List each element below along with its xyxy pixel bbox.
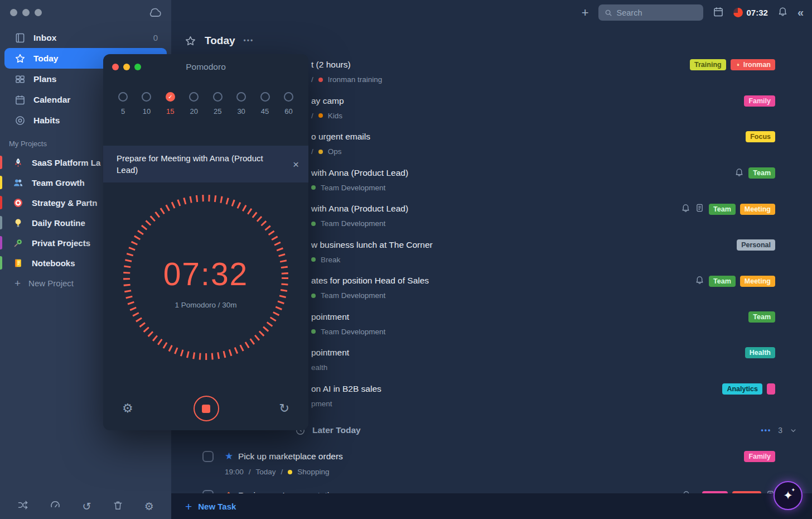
tag[interactable]: Ironman bbox=[731, 59, 775, 70]
task-subtitle: Team Development bbox=[311, 219, 385, 228]
task-meta: Family bbox=[744, 451, 775, 462]
reset-icon[interactable]: ↻ bbox=[279, 402, 289, 415]
duration-radio[interactable] bbox=[118, 92, 128, 102]
duration-radio[interactable] bbox=[189, 92, 199, 102]
zoom-window-button[interactable] bbox=[134, 64, 141, 70]
duration-radio[interactable] bbox=[260, 92, 270, 102]
new-task-bar[interactable]: + New Task bbox=[171, 493, 812, 519]
duration-radio[interactable] bbox=[236, 92, 246, 102]
duration-selector: 5 10 ✓ 15 20 25 30 bbox=[103, 80, 308, 116]
chevron-down-icon[interactable] bbox=[789, 426, 798, 435]
pomodoro-task-banner: Prepare for Meeting with Anna (Product L… bbox=[103, 146, 308, 182]
project-color-stripe bbox=[0, 196, 2, 209]
task-meta: Team Meeting bbox=[695, 275, 775, 287]
task-title: o urgent emails bbox=[311, 132, 370, 142]
people-icon bbox=[13, 178, 23, 188]
priority-star-icon: ★ bbox=[225, 450, 233, 462]
task-title: Pick up marketplace orders bbox=[238, 451, 343, 462]
tag[interactable]: Team bbox=[709, 204, 736, 215]
duration-radio[interactable] bbox=[284, 92, 293, 102]
tag[interactable]: Family bbox=[744, 95, 775, 107]
stop-button[interactable] bbox=[194, 396, 219, 421]
search-icon bbox=[605, 9, 612, 17]
history-icon[interactable]: ↺ bbox=[83, 501, 91, 512]
section-more-icon[interactable]: ••• bbox=[761, 426, 772, 434]
settings-gear-icon[interactable]: ⚙ bbox=[144, 501, 154, 512]
notebook-icon bbox=[13, 258, 23, 268]
task-title: ates for position Head of Sales bbox=[311, 276, 429, 286]
duration-option[interactable]: 10 bbox=[138, 92, 155, 116]
timer-pie-icon bbox=[733, 8, 743, 17]
pomodoro-timer-chip[interactable]: 07:32 bbox=[733, 8, 768, 17]
task-subtitle: ealth bbox=[311, 363, 327, 372]
duration-option[interactable]: 20 bbox=[185, 92, 202, 116]
task-title: w business lunch at The Corner bbox=[311, 240, 433, 250]
sidebar-item-inbox[interactable]: Inbox 0 bbox=[0, 27, 171, 48]
collapse-panel-icon[interactable]: « bbox=[798, 6, 803, 19]
project-label: SaaS Platform La bbox=[32, 158, 100, 167]
reminder-bell-icon bbox=[681, 203, 690, 215]
category-dot bbox=[318, 150, 323, 154]
search-input[interactable] bbox=[598, 4, 703, 21]
duration-option[interactable]: 5 bbox=[114, 92, 132, 116]
tag[interactable]: Team bbox=[748, 311, 775, 323]
tag[interactable]: Family bbox=[744, 451, 775, 462]
task-title: with Anna (Product Lead) bbox=[311, 204, 408, 214]
trash-icon[interactable] bbox=[113, 500, 123, 513]
tag[interactable]: Health bbox=[745, 347, 775, 358]
close-window-button[interactable] bbox=[112, 64, 119, 70]
duration-option[interactable]: 45 bbox=[257, 92, 274, 116]
window-controls[interactable] bbox=[112, 64, 141, 70]
duration-option[interactable]: 25 bbox=[209, 92, 226, 116]
duration-radio[interactable] bbox=[213, 92, 223, 102]
settings-gear-icon[interactable]: ⚙ bbox=[122, 402, 133, 415]
category-dot bbox=[311, 185, 316, 190]
minimize-window-button[interactable] bbox=[123, 64, 130, 70]
duration-radio-checked[interactable]: ✓ bbox=[166, 92, 175, 102]
calendar-toolbar-icon[interactable] bbox=[713, 6, 724, 20]
category-dot bbox=[311, 294, 316, 298]
close-icon[interactable]: × bbox=[293, 158, 299, 170]
star-icon bbox=[14, 53, 26, 64]
tag[interactable]: Team bbox=[709, 276, 736, 287]
tag[interactable]: Personal bbox=[737, 239, 775, 251]
tag[interactable]: Meeting bbox=[740, 204, 775, 215]
inbox-icon bbox=[14, 32, 26, 44]
calendar-icon bbox=[14, 94, 26, 105]
reminder-bell-icon bbox=[734, 167, 744, 179]
sidebar-item-label: Plans bbox=[33, 74, 56, 84]
task-title: pointment bbox=[311, 312, 349, 322]
tag[interactable]: Analytics bbox=[722, 383, 762, 395]
tag[interactable]: Focus bbox=[746, 131, 775, 142]
shuffle-icon[interactable] bbox=[17, 499, 28, 513]
task-row[interactable]: ★ Pick up marketplace orders 19:00 / Tod… bbox=[171, 446, 812, 482]
gauge-icon[interactable] bbox=[50, 499, 61, 513]
tag[interactable]: Team bbox=[748, 167, 775, 179]
task-meta: Training Ironman bbox=[690, 59, 775, 70]
ai-assistant-button[interactable]: ✦ ✦ bbox=[774, 481, 803, 510]
notifications-bell-icon[interactable] bbox=[777, 6, 788, 19]
tag[interactable]: Training bbox=[690, 59, 726, 70]
task-meta: Team bbox=[748, 311, 775, 323]
more-options-icon[interactable]: ••• bbox=[244, 37, 254, 45]
task-day: Today bbox=[256, 468, 276, 476]
task-category: Break bbox=[321, 256, 340, 264]
duration-option-selected[interactable]: ✓ 15 bbox=[162, 92, 179, 116]
task-category: pment bbox=[311, 400, 332, 408]
task-category: Ironman training bbox=[328, 75, 383, 84]
tag[interactable]: Meeting bbox=[740, 276, 775, 287]
task-checkbox[interactable] bbox=[202, 451, 214, 462]
task-subtitle: pment bbox=[311, 400, 332, 408]
flame-icon bbox=[735, 61, 741, 68]
duration-option[interactable]: 30 bbox=[233, 92, 250, 116]
duration-radio[interactable] bbox=[142, 92, 151, 102]
window-controls[interactable] bbox=[10, 9, 42, 16]
cloud-sync-icon[interactable] bbox=[148, 7, 162, 20]
category-dot bbox=[288, 470, 292, 474]
tag[interactable] bbox=[767, 383, 775, 395]
duration-option[interactable]: 60 bbox=[280, 92, 297, 116]
page-header: Today ••• bbox=[171, 32, 812, 49]
category-dot bbox=[311, 257, 316, 262]
project-label: Strategy & Partn bbox=[32, 198, 98, 208]
add-button[interactable]: + bbox=[582, 7, 589, 19]
